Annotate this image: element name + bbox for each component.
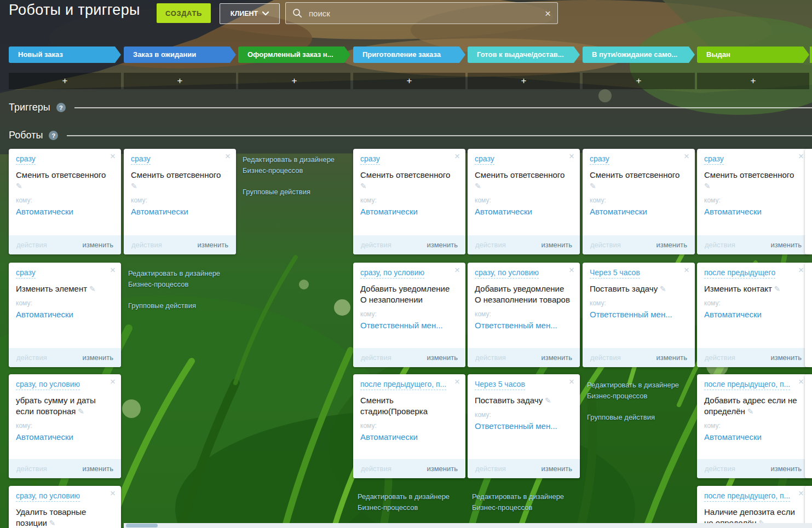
actions-link[interactable]: действия bbox=[475, 465, 506, 473]
actions-link[interactable]: действия bbox=[361, 353, 391, 362]
robot-trigger-link[interactable]: сразу bbox=[590, 154, 609, 165]
robot-trigger-link[interactable]: сразу bbox=[16, 268, 36, 278]
group-actions-link[interactable]: Групповые действия bbox=[128, 300, 232, 311]
edit-pencil-icon[interactable]: ✎ bbox=[704, 182, 711, 190]
robot-trigger-link[interactable]: сразу, по условию bbox=[16, 380, 80, 390]
edit-pencil-icon[interactable]: ✎ bbox=[76, 407, 84, 416]
close-icon[interactable]: × bbox=[569, 265, 574, 275]
edit-pencil-icon[interactable]: ✎ bbox=[745, 407, 754, 416]
close-icon[interactable]: × bbox=[798, 377, 804, 386]
scrollbar-thumb[interactable] bbox=[126, 524, 158, 527]
edit-pencil-icon[interactable]: ✎ bbox=[658, 285, 666, 293]
edit-pencil-icon[interactable]: ✎ bbox=[131, 182, 137, 190]
edit-pencil-icon[interactable]: ✎ bbox=[543, 396, 551, 405]
actions-link[interactable]: действия bbox=[361, 241, 391, 249]
edit-pencil-icon[interactable]: ✎ bbox=[590, 182, 596, 190]
actions-link[interactable]: действия bbox=[16, 241, 47, 249]
edit-link[interactable]: изменить bbox=[82, 353, 113, 362]
edit-link[interactable]: изменить bbox=[427, 241, 458, 249]
close-icon[interactable]: × bbox=[454, 265, 460, 275]
robot-trigger-link[interactable]: после предыдущего, п... bbox=[704, 491, 790, 502]
edit-link[interactable]: изменить bbox=[541, 353, 572, 362]
designer-link[interactable]: Редактировать в дизайнере Бизнес-процесс… bbox=[472, 491, 576, 513]
robot-assignee-link[interactable]: Автоматически bbox=[16, 432, 114, 442]
robot-assignee-link[interactable]: Ответственный мен... bbox=[475, 321, 573, 330]
robot-trigger-link[interactable]: после предыдущего, п... bbox=[704, 380, 790, 390]
close-icon[interactable]: × bbox=[798, 489, 804, 498]
designer-link[interactable]: Редактировать в дизайнере Бизнес-процесс… bbox=[243, 154, 347, 176]
edit-link[interactable]: изменить bbox=[541, 465, 572, 473]
actions-link[interactable]: действия bbox=[16, 465, 47, 473]
close-icon[interactable]: × bbox=[684, 265, 689, 275]
edit-pencil-icon[interactable]: ✎ bbox=[772, 285, 781, 293]
robot-assignee-link[interactable]: Автоматически bbox=[704, 432, 802, 442]
actions-link[interactable]: действия bbox=[16, 353, 47, 362]
edit-link[interactable]: изменить bbox=[770, 241, 802, 249]
actions-link[interactable]: действия bbox=[361, 465, 391, 473]
robot-assignee-link[interactable]: Автоматически bbox=[16, 207, 114, 216]
edit-link[interactable]: изменить bbox=[427, 465, 458, 473]
actions-link[interactable]: действия bbox=[131, 241, 162, 249]
robot-trigger-link[interactable]: сразу, по условию bbox=[16, 491, 80, 502]
edit-pencil-icon[interactable]: ✎ bbox=[87, 285, 96, 293]
robot-trigger-link[interactable]: сразу, по условию bbox=[360, 268, 424, 278]
robot-trigger-link[interactable]: Через 5 часов bbox=[590, 268, 640, 278]
edit-link[interactable]: изменить bbox=[427, 353, 458, 362]
horizontal-scrollbar[interactable] bbox=[124, 523, 812, 528]
close-icon[interactable]: × bbox=[110, 265, 116, 275]
edit-pencil-icon[interactable]: ✎ bbox=[360, 182, 367, 190]
designer-link[interactable]: Редактировать в дизайнере Бизнес-процесс… bbox=[128, 268, 232, 289]
actions-link[interactable]: действия bbox=[475, 241, 506, 249]
robot-trigger-link[interactable]: сразу, по условию bbox=[475, 268, 539, 278]
group-actions-link[interactable]: Групповые действия bbox=[587, 412, 691, 423]
designer-link[interactable]: Редактировать в дизайнере Бизнес-процесс… bbox=[358, 491, 462, 513]
robot-assignee-link[interactable]: Ответственный мен... bbox=[360, 321, 458, 330]
close-icon[interactable]: × bbox=[569, 152, 574, 161]
robot-trigger-link[interactable]: после предыдущего, п... bbox=[360, 380, 446, 390]
robot-assignee-link[interactable]: Автоматически bbox=[704, 310, 802, 319]
close-icon[interactable]: × bbox=[569, 377, 574, 386]
actions-link[interactable]: действия bbox=[475, 353, 506, 362]
edit-pencil-icon[interactable]: ✎ bbox=[47, 519, 56, 527]
robot-assignee-link[interactable]: Ответственный мен... bbox=[590, 310, 688, 319]
robot-assignee-link[interactable]: Автоматически bbox=[590, 207, 688, 216]
close-icon[interactable]: × bbox=[684, 152, 689, 161]
robot-trigger-link[interactable]: сразу bbox=[360, 154, 380, 165]
close-icon[interactable]: × bbox=[798, 152, 804, 161]
actions-link[interactable]: действия bbox=[590, 241, 621, 249]
robot-trigger-link[interactable]: сразу bbox=[475, 154, 494, 165]
close-icon[interactable]: × bbox=[454, 377, 460, 386]
robot-assignee-link[interactable]: Автоматически bbox=[360, 432, 458, 442]
edit-link[interactable]: изменить bbox=[770, 353, 802, 362]
robot-trigger-link[interactable]: сразу bbox=[131, 154, 151, 165]
robot-assignee-link[interactable]: Автоматически bbox=[475, 207, 573, 216]
robot-assignee-link[interactable]: Автоматически bbox=[16, 310, 114, 319]
close-icon[interactable]: × bbox=[798, 265, 804, 275]
close-icon[interactable]: × bbox=[454, 152, 460, 161]
actions-link[interactable]: действия bbox=[590, 353, 621, 362]
edit-link[interactable]: изменить bbox=[82, 241, 113, 249]
close-icon[interactable]: × bbox=[225, 152, 231, 161]
edit-pencil-icon[interactable]: ✎ bbox=[16, 182, 22, 190]
actions-link[interactable]: действия bbox=[705, 241, 735, 249]
robot-trigger-link[interactable]: Через 5 часов bbox=[475, 380, 525, 390]
close-icon[interactable]: × bbox=[110, 152, 116, 161]
group-actions-link[interactable]: Групповые действия bbox=[243, 187, 347, 198]
actions-link[interactable]: действия bbox=[705, 465, 735, 473]
robot-assignee-link[interactable]: Автоматически bbox=[704, 207, 802, 216]
actions-link[interactable]: действия bbox=[705, 353, 735, 362]
edit-link[interactable]: изменить bbox=[656, 353, 687, 362]
edit-link[interactable]: изменить bbox=[656, 241, 687, 249]
robot-assignee-link[interactable]: Ответственный мен... bbox=[475, 421, 573, 431]
close-icon[interactable]: × bbox=[110, 489, 116, 498]
edit-link[interactable]: изменить bbox=[541, 241, 572, 249]
robot-trigger-link[interactable]: сразу bbox=[16, 154, 36, 165]
close-icon[interactable]: × bbox=[110, 377, 116, 386]
robot-trigger-link[interactable]: сразу bbox=[704, 154, 724, 165]
robot-assignee-link[interactable]: Автоматически bbox=[131, 207, 229, 216]
edit-link[interactable]: изменить bbox=[82, 465, 113, 473]
edit-link[interactable]: изменить bbox=[770, 465, 802, 473]
edit-link[interactable]: изменить bbox=[197, 241, 228, 249]
robot-trigger-link[interactable]: после предыдущего bbox=[704, 268, 775, 278]
edit-pencil-icon[interactable]: ✎ bbox=[475, 182, 481, 190]
